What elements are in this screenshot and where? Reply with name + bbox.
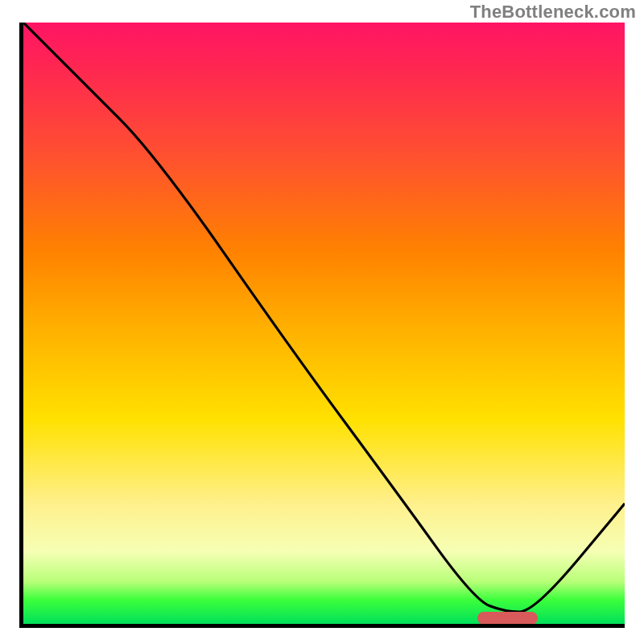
bottleneck-curve: [23, 23, 625, 612]
plot-frame: [19, 23, 625, 628]
watermark-text: TheBottleneck.com: [470, 2, 636, 23]
curve-layer: [23, 23, 625, 624]
highlight-marker: [477, 612, 538, 625]
chart-container: TheBottleneck.com: [0, 0, 644, 644]
